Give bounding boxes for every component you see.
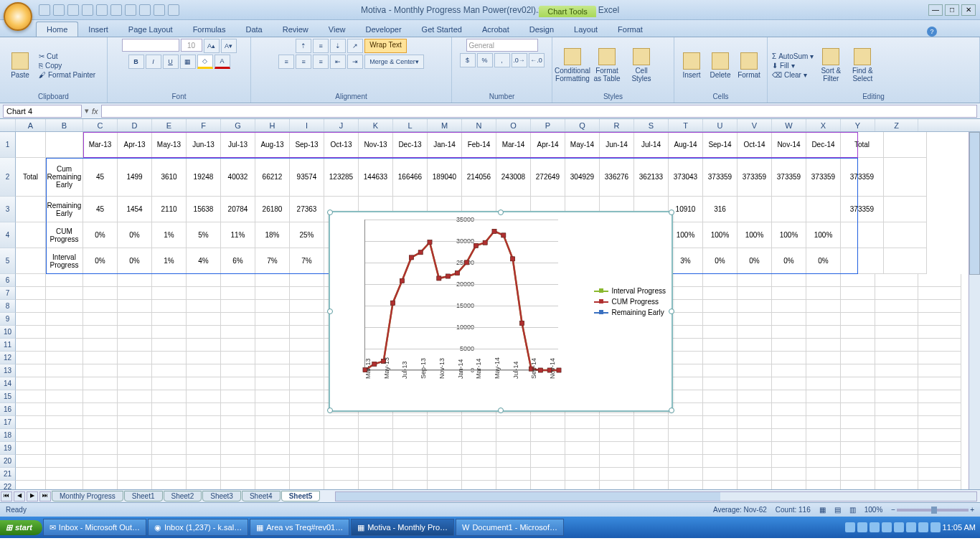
embedded-chart[interactable]: 05000100001500020000250003000035000 Inte… bbox=[329, 211, 673, 412]
row-header[interactable]: 9 bbox=[0, 313, 16, 326]
cell[interactable] bbox=[187, 364, 221, 377]
cell[interactable] bbox=[221, 364, 255, 377]
cell[interactable] bbox=[772, 481, 806, 489]
cell[interactable] bbox=[187, 326, 221, 339]
cell[interactable]: Sep-14 bbox=[703, 132, 738, 158]
cell[interactable] bbox=[703, 481, 738, 489]
tab-get-started[interactable]: Get Started bbox=[412, 22, 472, 37]
cell[interactable]: Remaining Early bbox=[46, 197, 83, 222]
cell[interactable]: 3% bbox=[669, 248, 703, 274]
cell[interactable] bbox=[875, 300, 918, 313]
row-header[interactable]: 20 bbox=[0, 455, 16, 468]
cell[interactable] bbox=[255, 390, 290, 403]
italic-button[interactable]: I bbox=[146, 55, 161, 69]
cell[interactable] bbox=[83, 390, 118, 403]
office-button[interactable] bbox=[4, 2, 32, 31]
cell[interactable] bbox=[118, 429, 152, 442]
cell[interactable] bbox=[600, 468, 634, 481]
row-header[interactable]: 22 bbox=[0, 481, 16, 489]
cell[interactable] bbox=[669, 313, 703, 326]
row-header[interactable]: 5 bbox=[0, 248, 16, 274]
paste-button[interactable]: Paste bbox=[4, 42, 36, 89]
cell[interactable] bbox=[393, 416, 428, 429]
cell[interactable] bbox=[118, 364, 152, 377]
row-header[interactable]: 10 bbox=[0, 326, 16, 339]
cell[interactable] bbox=[806, 377, 841, 390]
resize-handle[interactable] bbox=[498, 209, 504, 215]
cell[interactable] bbox=[918, 377, 961, 390]
shrink-font-button[interactable]: A▾ bbox=[221, 39, 237, 53]
cell[interactable] bbox=[290, 429, 324, 442]
cell[interactable]: 100% bbox=[772, 222, 806, 248]
cell[interactable] bbox=[290, 339, 324, 352]
tab-design[interactable]: Design bbox=[519, 22, 564, 37]
cell[interactable]: 10910 bbox=[669, 197, 703, 222]
cell[interactable] bbox=[496, 442, 531, 455]
cell[interactable] bbox=[83, 429, 118, 442]
column-header[interactable]: F bbox=[187, 119, 221, 131]
cell[interactable] bbox=[634, 429, 669, 442]
cell[interactable]: 316 bbox=[703, 197, 738, 222]
cell[interactable] bbox=[187, 455, 221, 468]
cell[interactable] bbox=[841, 313, 875, 326]
cell[interactable]: CUM Progress bbox=[46, 222, 83, 248]
cell[interactable] bbox=[221, 416, 255, 429]
format-cells-button[interactable]: Format bbox=[736, 42, 762, 89]
cell[interactable] bbox=[83, 377, 118, 390]
cell[interactable]: Total bbox=[16, 158, 46, 197]
row-header[interactable]: 17 bbox=[0, 416, 16, 429]
tab-insert[interactable]: Insert bbox=[78, 22, 118, 37]
cell[interactable] bbox=[600, 416, 634, 429]
cell[interactable] bbox=[772, 313, 806, 326]
cell[interactable] bbox=[255, 364, 290, 377]
cell[interactable] bbox=[841, 222, 884, 248]
qat-icon[interactable] bbox=[154, 4, 165, 16]
cell[interactable] bbox=[738, 377, 772, 390]
cell[interactable]: Jul-13 bbox=[221, 132, 255, 158]
cell[interactable] bbox=[806, 364, 841, 377]
cell[interactable] bbox=[772, 364, 806, 377]
cell[interactable] bbox=[393, 442, 428, 455]
column-header[interactable]: E bbox=[152, 119, 187, 131]
close-button[interactable]: ✕ bbox=[961, 4, 976, 16]
resize-handle[interactable] bbox=[327, 309, 333, 314]
cell[interactable] bbox=[359, 468, 393, 481]
cell[interactable] bbox=[738, 300, 772, 313]
cell[interactable] bbox=[875, 481, 918, 489]
row-header[interactable]: 16 bbox=[0, 403, 16, 416]
cell[interactable] bbox=[16, 313, 46, 326]
cell[interactable]: Dec-13 bbox=[393, 132, 428, 158]
cell[interactable] bbox=[324, 481, 359, 489]
cell[interactable] bbox=[496, 481, 531, 489]
cell[interactable] bbox=[221, 481, 255, 489]
cell[interactable] bbox=[841, 352, 875, 364]
cell[interactable] bbox=[875, 429, 918, 442]
cell[interactable] bbox=[46, 403, 83, 416]
cell[interactable] bbox=[46, 352, 83, 364]
row-header[interactable]: 18 bbox=[0, 429, 16, 442]
cell[interactable] bbox=[187, 481, 221, 489]
cell[interactable] bbox=[738, 403, 772, 416]
align-left-button[interactable]: ≡ bbox=[278, 55, 294, 69]
cell[interactable] bbox=[83, 339, 118, 352]
cell[interactable] bbox=[875, 339, 918, 352]
tab-layout[interactable]: Layout bbox=[564, 22, 608, 37]
cell[interactable] bbox=[875, 364, 918, 377]
cell[interactable] bbox=[806, 326, 841, 339]
cell[interactable]: 272649 bbox=[531, 158, 565, 197]
sheet-nav-next[interactable]: ▶ bbox=[27, 491, 38, 501]
cell[interactable] bbox=[738, 287, 772, 300]
cell[interactable]: 1% bbox=[152, 222, 187, 248]
cell[interactable] bbox=[118, 481, 152, 489]
cell[interactable] bbox=[669, 326, 703, 339]
cell[interactable] bbox=[806, 403, 841, 416]
cell[interactable] bbox=[16, 416, 46, 429]
cell[interactable]: 1454 bbox=[118, 197, 152, 222]
cell[interactable] bbox=[187, 313, 221, 326]
cell[interactable]: 0% bbox=[118, 222, 152, 248]
sheet-tab[interactable]: Sheet2 bbox=[164, 491, 202, 501]
cell[interactable] bbox=[428, 468, 462, 481]
cell[interactable]: Apr-14 bbox=[531, 132, 565, 158]
column-header[interactable]: C bbox=[83, 119, 118, 131]
cell[interactable]: Aug-14 bbox=[669, 132, 703, 158]
